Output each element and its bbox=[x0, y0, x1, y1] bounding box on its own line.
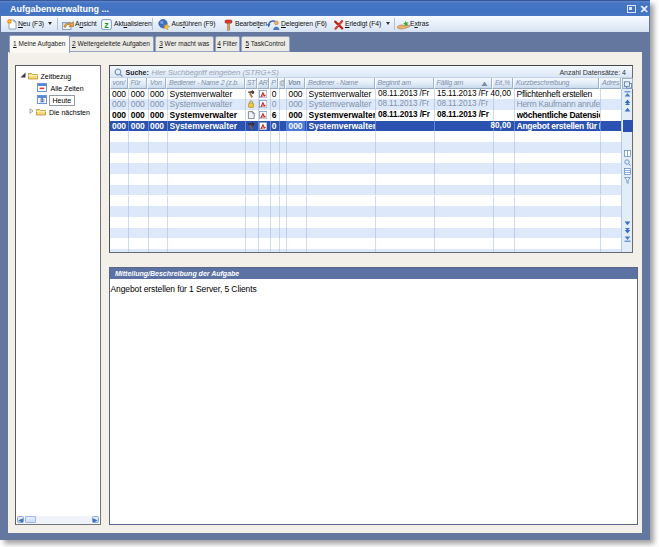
svg-text:1: 1 bbox=[40, 97, 43, 103]
svg-text:z: z bbox=[104, 20, 109, 30]
